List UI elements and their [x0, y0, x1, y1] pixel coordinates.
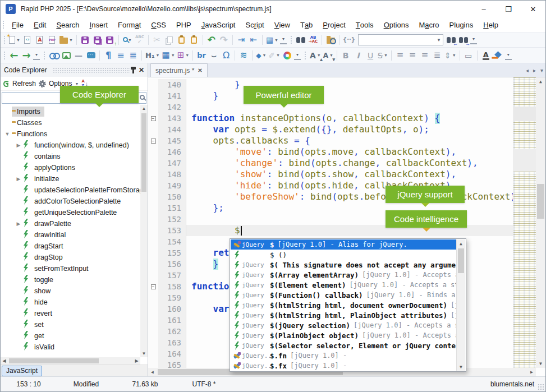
find-next-button[interactable]: → — [457, 33, 470, 47]
fold-collapse-icon[interactable]: − — [151, 116, 156, 121]
save-all-button[interactable] — [91, 33, 104, 47]
regexp-button[interactable]: {··} — [342, 33, 356, 47]
layout-button[interactable]: ▦▼ — [265, 33, 279, 47]
tree-expander-icon[interactable]: ▶ — [14, 176, 23, 182]
format-brush-button[interactable]: ✐▼ — [267, 49, 281, 62]
code-line-145[interactable]: −145 opts.callbacks = { — [148, 135, 545, 146]
tab-spectrum-js[interactable]: spectrum.js * ✕ — [150, 63, 208, 77]
search-combobox-dropdown-icon[interactable]: ▼ — [435, 38, 443, 43]
code-line-151[interactable]: 151 }; — [148, 202, 545, 214]
menu-help[interactable]: Help — [478, 17, 503, 33]
tree-item-dragstart[interactable]: dragStart — [1, 241, 148, 252]
tree-scroll-up-icon[interactable]: ▲ — [140, 105, 148, 112]
popup-vscroll-thumb[interactable] — [458, 248, 464, 273]
menu-css[interactable]: CSS — [146, 17, 171, 33]
underline-button[interactable]: U — [364, 49, 377, 62]
tab-scroll-right-icon[interactable]: ▸ — [533, 67, 536, 73]
autocomplete-item[interactable]: jQuery$(htmlString html, document ownerD… — [231, 300, 456, 310]
tree-item-revert[interactable]: revert — [1, 308, 148, 319]
menu-view[interactable]: View — [269, 17, 295, 33]
tree-item-addcolortoselectionpalette[interactable]: addColorToSelectionPalette — [1, 196, 148, 207]
editor-scroll-up-icon[interactable]: ▲ — [536, 77, 545, 86]
options-dropdown-arrow[interactable]: ▼ — [75, 82, 79, 86]
script-block-button[interactable]: ≋ — [237, 49, 250, 62]
search-combobox-input[interactable] — [359, 35, 435, 44]
autocomplete-item[interactable]: jQuery$(Function() callback)[jQuery 1.0]… — [231, 290, 456, 300]
toolbar-overflow-icon[interactable]: ▾ — [505, 49, 512, 60]
tree-vscroll-thumb[interactable] — [141, 113, 146, 192]
open-file-button[interactable]: ▼ — [58, 33, 74, 47]
page-box-button[interactable]: ▭ — [462, 49, 475, 62]
autocomplete-item[interactable]: jQuery$(PlainObject object)[jQuery 1.0] … — [231, 330, 456, 340]
heading-button[interactable]: H₁▼ — [144, 49, 161, 62]
tree-item-setfromtextinput[interactable]: setFromTextInput — [1, 263, 148, 274]
code-line-142[interactable]: 142 — [148, 102, 545, 113]
popup-scroll-down-icon[interactable]: ▼ — [457, 363, 465, 371]
align-left-button[interactable]: ≡ — [394, 49, 406, 62]
image-button[interactable] — [60, 49, 72, 62]
tree-item-drawinitial[interactable]: drawInitial — [1, 229, 148, 241]
tree-hscrollbar[interactable]: ◀ ▶ — [1, 357, 140, 365]
new-code-file-button[interactable] — [21, 33, 34, 47]
tree-item-drawpalette[interactable]: ▶drawPalette — [1, 218, 148, 229]
tree-item-imports[interactable]: Imports — [1, 106, 148, 117]
code-line-144[interactable]: 144 var opts = $.extend({}, defaultOpts,… — [148, 124, 545, 135]
form-dropdown-icon[interactable]: ▼ — [185, 53, 189, 57]
code-line-140[interactable]: 140 } — [148, 79, 545, 90]
tag-dropdown-icon[interactable]: ▼ — [262, 53, 266, 57]
search-button[interactable]: ▼ — [121, 33, 134, 47]
tree-item-toggle[interactable]: toggle — [1, 274, 148, 285]
autocomplete-item[interactable]: jQuery$(Element element)[jQuery 1.0] - A… — [231, 280, 456, 290]
editor-vscroll-thumb[interactable] — [537, 184, 544, 219]
align-justify-button[interactable]: ≣ — [431, 49, 443, 62]
menu-insert[interactable]: Insert — [85, 17, 113, 33]
tree-item-isvalid[interactable]: isValid — [1, 342, 148, 353]
tree-item-contains[interactable]: contains — [1, 151, 148, 162]
maximize-button[interactable]: ❒ — [496, 1, 521, 17]
menu-javascript[interactable]: JavaScript — [196, 17, 241, 33]
menu-edit[interactable]: Edit — [29, 17, 51, 33]
new-file-dropdown-icon[interactable]: ▼ — [16, 38, 20, 42]
line-spacing-button[interactable]: ⇕▼ — [443, 49, 457, 62]
menu-php[interactable]: PHP — [171, 17, 196, 33]
link-button[interactable] — [48, 49, 60, 62]
font-grow-button[interactable]: A▴▼ — [309, 49, 322, 62]
form-button[interactable]: ⊞▼ — [176, 49, 191, 62]
toolbar-overflow-icon[interactable]: ▾ — [294, 49, 301, 60]
line-spacing-dropdown-icon[interactable]: ▼ — [452, 53, 456, 57]
minimap[interactable] — [513, 77, 536, 368]
align-right-button[interactable]: ≡ — [419, 49, 431, 62]
tab-javascript[interactable]: JavaScript — [2, 366, 42, 376]
special-char-button[interactable]: Ω — [220, 49, 232, 62]
code-line-147[interactable]: 147 'change': bind(opts.change, callback… — [148, 158, 545, 169]
menu-tools[interactable]: Tools — [351, 17, 379, 33]
autocomplete-item[interactable]: jQuery$(Array elementArray)[jQuery 1.0] … — [231, 270, 456, 280]
font-shrink-button[interactable]: A▾▼ — [322, 49, 334, 62]
code-line-141[interactable]: 141 } — [148, 90, 545, 102]
tree-vscrollbar[interactable]: ▲ ▼ — [140, 105, 148, 357]
menu-plugins[interactable]: Plugins — [444, 17, 479, 33]
outdent-button[interactable]: ⇤ — [247, 33, 260, 47]
gear-icon[interactable] — [39, 80, 46, 87]
tree-hscroll-thumb[interactable] — [9, 358, 99, 363]
popup-vscrollbar[interactable]: ▲ ▼ — [456, 239, 465, 371]
tree-item-show[interactable]: show — [1, 285, 148, 297]
undo-button[interactable]: ↶ — [205, 33, 218, 47]
save-button[interactable] — [79, 33, 91, 47]
forward-button[interactable]: → — [20, 49, 33, 62]
tree-expander-icon[interactable]: ▶ — [14, 142, 23, 148]
tree-item-get[interactable]: get — [1, 330, 148, 342]
spellcheck-button[interactable] — [134, 33, 146, 47]
heading-dropdown-icon[interactable]: ▼ — [156, 53, 160, 57]
editor-scroll-down-icon[interactable]: ▼ — [536, 359, 545, 368]
editor-scroll-right-icon[interactable]: ▶ — [527, 368, 536, 376]
autocomplete-item[interactable]: jQuery..$.fn[jQuery 1.0] - — [231, 351, 456, 361]
code-line-148[interactable]: 148 'show': bind(opts.show, callbackCont… — [148, 169, 545, 180]
code-line-149[interactable]: 149 'hide': bind(opts.hide, callbackCont… — [148, 180, 545, 191]
popup-scroll-up-icon[interactable]: ▲ — [457, 239, 465, 247]
editor-vscrollbar[interactable]: ▲ ▼ — [536, 77, 545, 368]
autocomplete-item[interactable]: jQuery..$.fx[jQuery 1.0] - — [231, 361, 456, 371]
code-line-150[interactable]: 150 'beforeShow': bind(opts.beforeShow, … — [148, 191, 545, 202]
unordered-list-button[interactable]: ≡ — [114, 49, 127, 62]
layout-dropdown-icon[interactable]: ▼ — [274, 38, 278, 42]
